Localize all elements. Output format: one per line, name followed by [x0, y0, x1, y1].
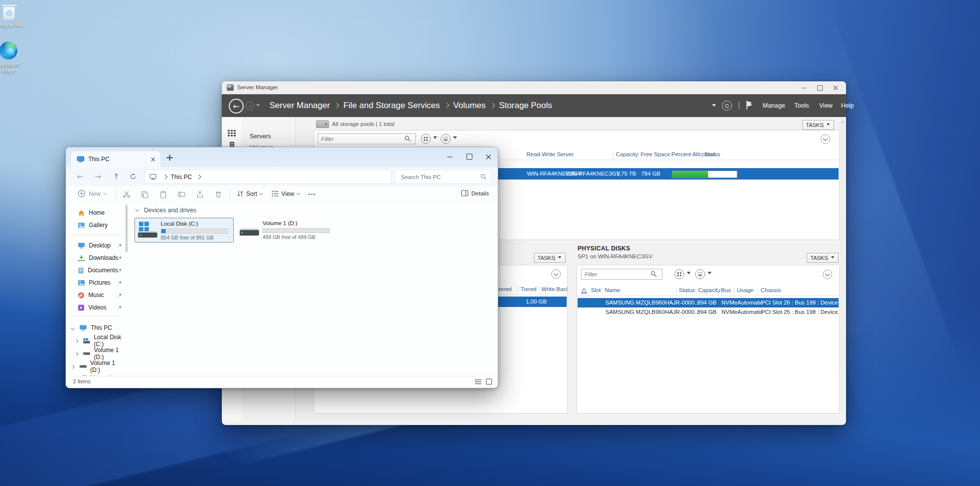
col-capacity[interactable]: Capacity	[616, 151, 638, 157]
details-view-toggle-icon[interactable]	[475, 379, 481, 385]
expand-chevron-icon[interactable]	[74, 339, 78, 342]
filter-criteria-caret-icon[interactable]	[433, 136, 437, 141]
sidebar-item-volume-1-d[interactable]: Volume 1 (D:)	[66, 348, 126, 360]
col-free-space[interactable]: Free Space	[641, 151, 670, 157]
drive-tile-local-disk-c[interactable]: Local Disk (C:) 854 GB free of 891 GB	[134, 218, 234, 243]
minimize-button[interactable]	[444, 152, 455, 161]
storage-pools-filter-input[interactable]	[318, 133, 416, 144]
forward-button[interactable]: →	[95, 172, 101, 181]
col-bus[interactable]: Bus	[721, 287, 731, 293]
maximize-button[interactable]	[814, 83, 825, 92]
col-slot[interactable]: Slot	[591, 287, 601, 293]
new-tab-button[interactable]	[166, 154, 173, 161]
new-button[interactable]: New	[78, 190, 107, 197]
server-manager-titlebar[interactable]: Server Manager	[222, 81, 846, 95]
sidebar-item-local-disk-c[interactable]: Local Disk (C:)	[66, 335, 126, 347]
details-pane-button[interactable]: Details	[461, 190, 489, 196]
breadcrumb-chevron-icon[interactable]	[163, 175, 168, 180]
sidebar-item-music[interactable]: Music	[66, 289, 126, 301]
sidebar-item-volume-1-d-top[interactable]: Volume 1 (D:)	[66, 361, 126, 372]
expand-chevron-icon[interactable]	[71, 364, 75, 368]
sidebar-scrollbar[interactable]	[126, 205, 128, 252]
desktop-icon-recycle-bin[interactable]: ♲ Recycle Bin	[0, 3, 25, 28]
filter-criteria-button[interactable]	[421, 134, 431, 144]
virtual-disks-tasks-button[interactable]: TASKS	[534, 253, 566, 263]
section-collapse-icon[interactable]	[135, 208, 139, 212]
more-options-button[interactable]: ...	[308, 188, 316, 196]
share-icon[interactable]	[196, 190, 204, 198]
physical-disk-row[interactable]: SAMSUNG MZQLB960HAJR-0000... 894 GB NVMe…	[578, 307, 839, 317]
menu-view[interactable]: View	[819, 102, 833, 109]
collapse-panel-button[interactable]	[823, 270, 832, 279]
back-button[interactable]: ←	[77, 172, 83, 181]
forward-button[interactable]: →	[246, 102, 254, 110]
collapse-panel-button[interactable]	[821, 134, 830, 144]
breadcrumb-chevron-icon[interactable]	[196, 175, 201, 180]
sidebar-item-documents[interactable]: Documents	[66, 264, 126, 276]
save-query-button[interactable]	[695, 269, 705, 279]
sort-button[interactable]: Sort	[237, 190, 263, 197]
notifications-dropdown-icon[interactable]	[712, 104, 716, 109]
paste-icon[interactable]	[159, 190, 167, 198]
maximize-button[interactable]	[464, 152, 475, 161]
search-box[interactable]	[394, 170, 492, 184]
menu-manage[interactable]: Manage	[763, 102, 785, 109]
col-name[interactable]: Name	[605, 287, 620, 293]
save-query-button[interactable]	[441, 134, 451, 144]
col-usage[interactable]: Usage	[737, 287, 753, 293]
tab-close-icon[interactable]	[151, 157, 155, 162]
sidebar-item-videos[interactable]: Videos	[66, 302, 126, 313]
breadcrumb-item-current[interactable]: Storage Pools	[499, 101, 552, 111]
menu-tools[interactable]: Tools	[794, 102, 809, 109]
copy-icon[interactable]	[141, 190, 149, 198]
col-status[interactable]: Status	[679, 287, 695, 293]
address-box[interactable]: This PC	[144, 170, 392, 184]
search-input[interactable]	[400, 174, 480, 181]
col-chassis[interactable]: Chassis	[761, 287, 781, 293]
save-query-caret-icon[interactable]	[708, 272, 712, 276]
sidebar-item-home[interactable]: Home	[66, 207, 126, 219]
section-devices-and-drives[interactable]: Devices and drives	[135, 207, 196, 214]
sidebar-item-downloads[interactable]: Downloads	[66, 252, 126, 264]
refresh-button[interactable]	[130, 173, 136, 180]
filter-criteria-button[interactable]	[674, 269, 684, 279]
desktop-icon-microsoft-edge[interactable]: Microsoft Edge	[0, 42, 25, 73]
minimize-button[interactable]	[798, 83, 809, 92]
save-query-caret-icon[interactable]	[453, 136, 457, 141]
manageability-flag-icon[interactable]	[746, 100, 754, 110]
col-capacity[interactable]: Capacity	[698, 287, 720, 293]
alert-column-icon[interactable]	[581, 288, 587, 294]
breadcrumb-item[interactable]: Volumes	[454, 101, 486, 111]
breadcrumb-root[interactable]: Server Manager	[269, 101, 330, 111]
menu-help[interactable]: Help	[841, 102, 854, 109]
explorer-tab-this-pc[interactable]: This PC	[71, 151, 160, 167]
physical-disks-tasks-button[interactable]: TASKS	[807, 253, 839, 263]
delete-icon[interactable]	[214, 190, 222, 198]
scrollbar[interactable]	[840, 118, 845, 413]
breadcrumb-item[interactable]: File and Storage Services	[343, 101, 440, 111]
view-button[interactable]: View	[271, 190, 300, 197]
address-location[interactable]: This PC	[171, 174, 192, 181]
up-button[interactable]: ↑	[113, 172, 120, 181]
col-read-write-server[interactable]: Read-Write Server	[526, 151, 574, 157]
servers-nav-icon[interactable]	[228, 130, 236, 137]
rename-icon[interactable]	[178, 190, 186, 198]
large-icons-view-toggle-icon[interactable]	[486, 378, 492, 385]
expand-chevron-icon[interactable]	[74, 352, 78, 355]
col-write-back-cache[interactable]: Write-Back Cache	[541, 286, 568, 292]
sidebar-item-this-pc[interactable]: This PC	[66, 322, 126, 334]
close-button[interactable]	[483, 152, 494, 161]
physical-disk-row[interactable]: SAMSUNG MZQLB960HAJR-0000... 894 GB NVMe…	[578, 298, 839, 307]
history-dropdown-icon[interactable]	[256, 104, 260, 109]
filter-criteria-caret-icon[interactable]	[687, 272, 691, 276]
col-status[interactable]: Status	[704, 151, 720, 157]
close-button[interactable]	[830, 83, 841, 92]
col-tiered[interactable]: Tiered	[521, 286, 536, 292]
sidebar-item-desktop[interactable]: Desktop	[66, 240, 126, 251]
storage-pools-tasks-button[interactable]: TASKS	[802, 120, 834, 130]
drive-tile-volume-1-d[interactable]: Volume 1 (D:) 499 GB free of 499 GB	[237, 218, 335, 242]
sidebar-item-gallery[interactable]: Gallery	[66, 219, 126, 231]
refresh-button[interactable]	[722, 101, 732, 111]
cut-icon[interactable]	[123, 190, 131, 198]
back-button[interactable]: ←	[229, 99, 244, 114]
